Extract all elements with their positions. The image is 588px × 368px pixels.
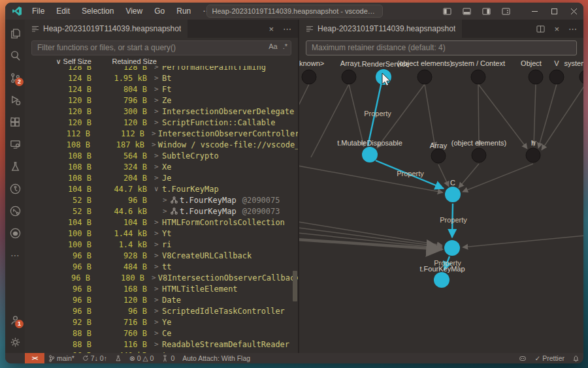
explorer-icon[interactable]	[5, 22, 25, 44]
expand-chevron-icon[interactable]: >	[152, 273, 156, 282]
table-row[interactable]: 100 B 1.44 kB > Yt	[25, 228, 298, 239]
expand-chevron-icon[interactable]: >	[154, 296, 160, 304]
extensions-icon[interactable]	[5, 111, 25, 133]
table-row[interactable]: 104 B 44.7 kB ∨ t.FourKeyMap	[25, 183, 298, 194]
table-row[interactable]: 112 B 112 B > IntersectionObserverContro…	[25, 128, 298, 139]
node-c[interactable]	[445, 187, 461, 202]
remote-indicator[interactable]: ><	[25, 353, 44, 363]
prettier-status[interactable]: ✓ Prettier	[531, 353, 568, 363]
customize-layout-icon[interactable]	[496, 3, 515, 20]
table-row[interactable]: 108 B 564 B > SubtleCrypto	[25, 150, 298, 161]
node-h[interactable]	[526, 148, 540, 162]
maximize-button[interactable]	[544, 3, 564, 20]
expand-chevron-icon[interactable]: >	[152, 129, 156, 138]
editor-actions-more-icon[interactable]: ⋯	[283, 24, 291, 34]
command-center[interactable]: Heap-20231019T114039.heapsnapshot - vsco…	[206, 5, 383, 18]
expand-chevron-icon[interactable]: >	[152, 140, 156, 149]
expand-chevron-icon[interactable]: >	[154, 307, 160, 315]
split-editor-icon[interactable]	[536, 25, 545, 33]
search-icon[interactable]	[5, 44, 25, 67]
vertical-scrollbar[interactable]	[293, 271, 297, 301]
menu-file[interactable]: File	[27, 5, 49, 18]
ports-status[interactable]: 0	[157, 353, 178, 363]
filter-input[interactable]	[31, 40, 291, 55]
node-mid-retainer[interactable]	[444, 240, 460, 256]
table-row[interactable]: 108 B 187 kB > Window / vscode-file://vs…	[25, 139, 298, 150]
table-row[interactable]: 100 B 1.4 kB > ri	[25, 239, 298, 250]
pipeline-icon[interactable]	[5, 200, 25, 222]
node-t-fourkeymap[interactable]	[434, 272, 449, 288]
menu-edit[interactable]: Edit	[52, 5, 74, 18]
tab-heapsnapshot-right[interactable]: Heap-20231019T114039.heapsnapshot	[299, 20, 462, 38]
expand-chevron-icon[interactable]: >	[154, 229, 160, 238]
expand-chevron-icon[interactable]: >	[154, 85, 160, 93]
commit-graph-icon[interactable]	[5, 177, 25, 200]
testing-beaker-icon[interactable]	[5, 155, 25, 177]
node-system-right[interactable]	[580, 70, 583, 84]
table-row[interactable]: 104 B 104 B > HTMLFormControlsCollection	[25, 217, 298, 228]
table-row[interactable]: 108 B 204 B > Je	[25, 172, 298, 183]
table-row[interactable]: 108 B 324 B > Xe	[25, 161, 298, 172]
retainer-graph-icon[interactable]	[171, 207, 178, 215]
expand-chevron-icon[interactable]: >	[154, 284, 160, 293]
minimize-button[interactable]	[525, 3, 544, 20]
editor-actions-more-icon[interactable]: ⋯	[568, 24, 577, 34]
table-row[interactable]: 96 B 484 B > tt	[25, 261, 298, 272]
expand-chevron-icon[interactable]: >	[163, 196, 169, 204]
table-row[interactable]: 120 B 120 B > ScriptFunction::Callable	[25, 117, 298, 128]
expand-chevron-icon[interactable]: >	[154, 74, 160, 82]
node-t-mutabledisposable[interactable]	[362, 147, 378, 162]
remote-explorer-icon[interactable]	[5, 133, 25, 155]
github-icon[interactable]	[5, 222, 25, 244]
toggle-panel-icon[interactable]	[457, 3, 476, 20]
source-control-icon[interactable]: 2	[5, 67, 25, 89]
branch-status[interactable]: main*	[44, 353, 78, 363]
match-case-icon[interactable]: Aa	[269, 42, 277, 50]
column-header-retained-size[interactable]: Retained Size	[91, 57, 157, 66]
accounts-icon[interactable]: 1	[5, 309, 25, 331]
expand-chevron-icon[interactable]: >	[154, 340, 160, 348]
table-row[interactable]: 52 B 96 B > t.FourKeyMap @2090075	[25, 194, 298, 206]
settings-gear-icon[interactable]	[5, 331, 25, 353]
column-header-self-size[interactable]: ∨ Self Size	[25, 57, 91, 66]
problems-status[interactable]: ⊗ 0 △ 0	[125, 353, 157, 363]
auto-attach-status[interactable]: Auto Attach: With Flag	[178, 353, 254, 363]
notifications-status[interactable]	[568, 353, 583, 363]
tab-heapsnapshot-left[interactable]: Heap-20231019T114039.heapsnapshot	[25, 20, 188, 38]
more-views-icon[interactable]: ⋯	[5, 244, 25, 266]
menu-selection[interactable]: Selection	[77, 5, 118, 18]
expand-chevron-icon[interactable]: >	[154, 151, 160, 160]
expand-chevron-icon[interactable]: >	[154, 262, 160, 271]
expand-chevron-icon[interactable]: >	[154, 96, 160, 104]
tab-close-icon[interactable]: ×	[553, 24, 561, 34]
node-system-context[interactable]	[471, 70, 485, 84]
table-row[interactable]: 52 B 44.6 kB > t.FourKeyMap @2090073	[25, 206, 298, 217]
expand-chevron-icon[interactable]: >	[154, 251, 160, 260]
node-v[interactable]	[549, 70, 564, 84]
beaker-status[interactable]	[111, 353, 125, 363]
menu-run[interactable]: Run	[172, 5, 195, 18]
expand-chevron-icon[interactable]: >	[154, 174, 160, 182]
expand-chevron-icon[interactable]: >	[154, 107, 160, 115]
sync-status[interactable]: 7↓ 0↑	[78, 353, 111, 363]
expand-chevron-icon[interactable]: >	[154, 318, 160, 326]
menu-view[interactable]: View	[121, 5, 147, 18]
toggle-secondary-sidebar-icon[interactable]	[476, 3, 496, 20]
close-button[interactable]	[564, 3, 583, 20]
table-row[interactable]: 124 B 804 B > Ft	[25, 84, 298, 95]
expand-chevron-icon[interactable]: >	[163, 207, 169, 215]
expand-chevron-icon[interactable]: >	[154, 240, 160, 249]
node-object-elements-top[interactable]	[417, 70, 432, 84]
expand-chevron-icon[interactable]: >	[154, 118, 160, 127]
expand-chevron-icon[interactable]: >	[154, 218, 160, 226]
expand-chevron-icon[interactable]: >	[154, 329, 160, 337]
copilot-status[interactable]	[515, 353, 531, 363]
node-object[interactable]	[529, 70, 543, 84]
table-row[interactable]: 120 B 300 B > IntersectionObserverDelega…	[25, 106, 298, 117]
table-row[interactable]: 88 B 116 B > ReadableStreamDefaultReader	[25, 339, 298, 350]
node-object-elements-mid[interactable]	[472, 148, 486, 162]
table-row[interactable]: 88 B 760 B > Ce	[25, 328, 298, 339]
tab-close-icon[interactable]: ×	[267, 24, 275, 34]
run-debug-icon[interactable]	[5, 89, 25, 111]
expand-chevron-icon[interactable]: ∨	[154, 185, 160, 193]
